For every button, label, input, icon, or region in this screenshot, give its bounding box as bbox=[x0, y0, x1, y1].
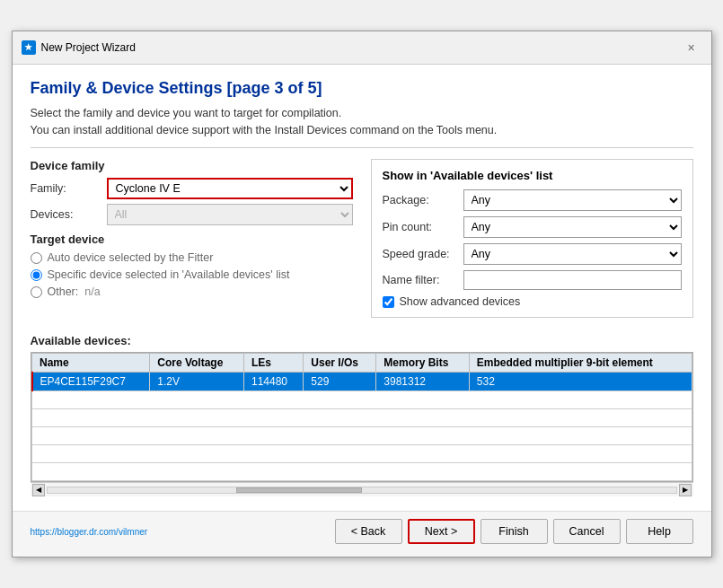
radio-specific-label: Specific device selected in 'Available d… bbox=[48, 268, 290, 281]
cell-core-voltage: 1.2V bbox=[150, 373, 244, 391]
speed-grade-label: Speed grade: bbox=[383, 248, 463, 260]
empty-row-4 bbox=[32, 445, 692, 463]
available-label: Available devices: bbox=[31, 334, 693, 347]
target-device-section: Target device Auto device selected by th… bbox=[31, 233, 353, 298]
app-icon: ★ bbox=[22, 40, 36, 55]
show-devices-panel: Show in 'Available devices' list Package… bbox=[371, 159, 693, 318]
next-button[interactable]: Next > bbox=[408, 519, 475, 544]
desc-line1: Select the family and device you want to… bbox=[31, 107, 342, 119]
pin-count-dropdown[interactable]: Any bbox=[463, 216, 682, 238]
family-row: Family: Cyclone IV E bbox=[31, 178, 353, 199]
title-bar: ★ New Project Wizard × bbox=[13, 31, 711, 65]
radio-other-label: Other: n/a bbox=[48, 285, 101, 298]
table-header: Name Core Voltage LEs User I/Os Memory B… bbox=[32, 354, 692, 373]
col-name: Name bbox=[32, 354, 150, 373]
available-devices-section: Available devices: Name Core Voltage LEs… bbox=[31, 334, 693, 496]
family-dropdown[interactable]: Cyclone IV E bbox=[107, 178, 353, 199]
package-row: Package: Any bbox=[383, 189, 682, 211]
col-user-ios: User I/Os bbox=[304, 354, 376, 373]
pin-count-row: Pin count: Any bbox=[383, 216, 682, 238]
right-column: Show in 'Available devices' list Package… bbox=[371, 159, 693, 318]
back-button[interactable]: < Back bbox=[335, 519, 402, 544]
table-body: EP4CE115F29C7 1.2V 114480 529 3981312 53… bbox=[32, 373, 692, 481]
left-column: Device family Family: Cyclone IV E Devic… bbox=[31, 159, 353, 318]
package-dropdown[interactable]: Any bbox=[463, 189, 682, 211]
col-embedded-mult: Embedded multiplier 9-bit element bbox=[469, 354, 692, 373]
dialog-footer: https://blogger.dr.com/vilmner < Back Ne… bbox=[13, 511, 711, 557]
name-filter-label: Name filter: bbox=[383, 274, 463, 286]
col-memory-bits: Memory Bits bbox=[376, 354, 469, 373]
family-label: Family: bbox=[31, 182, 107, 195]
devices-row: Devices: All bbox=[31, 204, 353, 225]
empty-row-5 bbox=[32, 463, 692, 481]
cell-embedded-mult: 532 bbox=[469, 373, 692, 391]
device-family-label: Device family bbox=[31, 159, 353, 172]
table-row[interactable]: EP4CE115F29C7 1.2V 114480 529 3981312 53… bbox=[32, 373, 692, 391]
two-col-layout: Device family Family: Cyclone IV E Devic… bbox=[31, 159, 693, 318]
package-label: Package: bbox=[383, 194, 463, 206]
empty-row-3 bbox=[32, 427, 692, 445]
family-select-wrapper: Cyclone IV E bbox=[107, 178, 353, 199]
cell-user-ios: 529 bbox=[304, 373, 376, 391]
radio-auto-label: Auto device selected by the Fitter bbox=[48, 251, 214, 264]
show-devices-title: Show in 'Available devices' list bbox=[383, 169, 682, 182]
devices-table: Name Core Voltage LEs User I/Os Memory B… bbox=[31, 353, 692, 481]
name-filter-row: Name filter: EP4CE115F29C7 bbox=[383, 270, 682, 290]
cell-name: EP4CE115F29C7 bbox=[32, 373, 150, 391]
radio-specific: Specific device selected in 'Available d… bbox=[31, 268, 353, 281]
show-advanced-row: Show advanced devices bbox=[383, 295, 682, 308]
devices-label: Devices: bbox=[31, 208, 107, 221]
radio-auto: Auto device selected by the Fitter bbox=[31, 251, 353, 264]
horizontal-scrollbar[interactable]: ◀ ▶ bbox=[31, 482, 693, 496]
cell-les: 114480 bbox=[244, 373, 304, 391]
dialog-window: ★ New Project Wizard × Family & Device S… bbox=[12, 31, 712, 558]
desc-line2: You can install additional device suppor… bbox=[31, 124, 498, 136]
devices-table-container: Name Core Voltage LEs User I/Os Memory B… bbox=[31, 352, 693, 482]
speed-grade-dropdown[interactable]: Any bbox=[463, 243, 682, 265]
close-button[interactable]: × bbox=[681, 37, 702, 58]
empty-row-2 bbox=[32, 409, 692, 427]
help-button[interactable]: Help bbox=[626, 519, 693, 544]
scroll-left-arrow[interactable]: ◀ bbox=[32, 484, 45, 496]
description: Select the family and device you want to… bbox=[31, 105, 693, 139]
col-les: LEs bbox=[244, 354, 304, 373]
divider bbox=[31, 147, 693, 148]
target-device-label: Target device bbox=[31, 233, 353, 246]
show-advanced-checkbox[interactable] bbox=[383, 296, 394, 308]
speed-grade-row: Speed grade: Any bbox=[383, 243, 682, 265]
radio-specific-input[interactable] bbox=[31, 269, 42, 281]
header-row: Name Core Voltage LEs User I/Os Memory B… bbox=[32, 354, 692, 373]
page-title: Family & Device Settings [page 3 of 5] bbox=[31, 79, 693, 98]
title-bar-text: New Project Wizard bbox=[41, 41, 681, 54]
col-core-voltage: Core Voltage bbox=[150, 354, 244, 373]
cancel-button[interactable]: Cancel bbox=[553, 519, 621, 544]
radio-other: Other: n/a bbox=[31, 285, 353, 298]
finish-button[interactable]: Finish bbox=[481, 519, 548, 544]
empty-row-1 bbox=[32, 391, 692, 409]
dialog-content: Family & Device Settings [page 3 of 5] S… bbox=[13, 65, 711, 512]
name-filter-input[interactable]: EP4CE115F29C7 bbox=[463, 270, 682, 290]
cell-memory-bits: 3981312 bbox=[376, 373, 469, 391]
scroll-thumb[interactable] bbox=[236, 487, 362, 493]
footer-url: https://blogger.dr.com/vilmner bbox=[31, 527, 148, 537]
pin-count-label: Pin count: bbox=[383, 221, 463, 233]
radio-auto-input[interactable] bbox=[31, 252, 42, 264]
radio-other-input[interactable] bbox=[31, 286, 42, 298]
scroll-track[interactable] bbox=[47, 487, 677, 494]
show-advanced-label: Show advanced devices bbox=[400, 295, 521, 308]
devices-dropdown[interactable]: All bbox=[107, 204, 353, 225]
scroll-right-arrow[interactable]: ▶ bbox=[679, 484, 692, 496]
